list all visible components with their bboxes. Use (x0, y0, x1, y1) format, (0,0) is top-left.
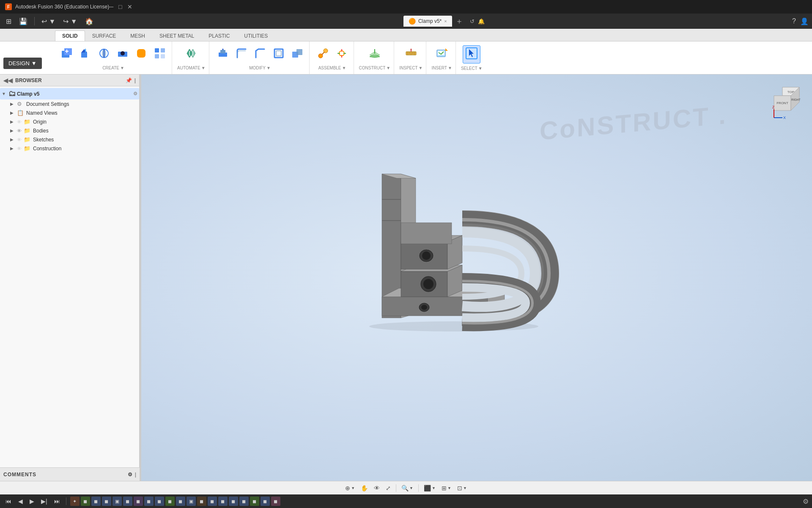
root-settings-icon[interactable]: ⚙ (133, 91, 137, 97)
fillet-button[interactable] (133, 46, 150, 63)
doc-settings-label: Document Settings (26, 101, 137, 107)
select-button[interactable] (463, 45, 480, 64)
browser-item-sketches[interactable]: ▶ 👁 📁 Sketches (0, 135, 139, 144)
grid-button[interactable]: ⊞ ▼ (439, 483, 453, 493)
toggle-root[interactable]: ▼ (2, 91, 8, 96)
zoom-button[interactable]: 🔍 ▼ (399, 483, 415, 493)
account-button[interactable]: 👤 (800, 17, 809, 25)
measure-button[interactable] (403, 46, 420, 63)
orbit-button[interactable]: ⊕ ▼ (343, 483, 357, 493)
construct-plane-button[interactable] (366, 46, 383, 63)
look-at-button[interactable]: 👁 (372, 483, 382, 493)
timeline-item-19[interactable]: ◼ (261, 497, 270, 506)
press-pull-button[interactable] (214, 46, 231, 63)
redo-button[interactable]: ↪ ▼ (60, 16, 80, 27)
tab-utilities[interactable]: UTILITIES (237, 30, 275, 41)
tab-close-button[interactable]: × (444, 19, 447, 24)
timeline-prev-button[interactable]: ◀ (16, 497, 25, 505)
timeline-item-1[interactable]: ✦ (70, 497, 80, 506)
toggle-bodies[interactable]: ▶ (10, 128, 17, 133)
new-component-button[interactable] (58, 46, 75, 63)
design-button[interactable]: DESIGN ▼ (3, 58, 42, 69)
combine-button[interactable] (289, 46, 306, 63)
hole-button[interactable] (114, 46, 131, 63)
shell-button[interactable] (270, 46, 287, 63)
timeline-settings-button[interactable]: ⚙ (803, 497, 809, 505)
timeline-item-7[interactable]: ◼ (134, 497, 143, 506)
sketches-visibility-icon[interactable]: 👁 (17, 137, 24, 142)
browser-item-construction[interactable]: ▶ 👁 📁 Construction (0, 144, 139, 153)
timeline-item-8[interactable]: ◼ (144, 497, 154, 506)
toggle-sketches[interactable]: ▶ (10, 137, 17, 142)
pattern-button[interactable] (151, 46, 168, 63)
save-button[interactable]: 💾 (16, 16, 30, 27)
timeline-item-15[interactable]: ◼ (218, 497, 228, 506)
tab-plastic[interactable]: PLASTIC (201, 30, 237, 41)
browser-item-doc-settings[interactable]: ▶ ⚙ Document Settings (0, 99, 139, 108)
apps-button[interactable]: ⊞ (3, 16, 14, 27)
maximize-button[interactable]: □ (118, 3, 122, 10)
environment-button[interactable]: ⊡ ▼ (455, 483, 469, 493)
tab-solid[interactable]: SOLID (55, 30, 85, 41)
toggle-doc-settings[interactable]: ▶ (10, 102, 17, 106)
timeline-item-4[interactable]: ◼ (102, 497, 111, 506)
display-mode-button[interactable]: ⬛ ▼ (422, 483, 438, 493)
browser-item-root[interactable]: ▼ 🗂 Clamp v5 ⚙ (0, 88, 139, 99)
browser-collapse-button[interactable]: ◀◀ (3, 77, 13, 84)
browser-item-origin[interactable]: ▶ 👁 📁 Origin (0, 117, 139, 126)
timeline-next-button[interactable]: ▶| (39, 497, 49, 505)
joint-button[interactable] (315, 46, 332, 63)
view-cube[interactable]: TOP FRONT RIGHT X Z (770, 83, 804, 125)
browser-item-named-views[interactable]: ▶ 📋 Named Views (0, 108, 139, 117)
browser-pin-button[interactable]: 📌 (126, 77, 132, 83)
insert-button[interactable] (433, 46, 450, 63)
construction-visibility-icon[interactable]: 👁 (17, 146, 24, 151)
timeline-play-button[interactable]: ▶ (27, 497, 36, 505)
zoom-extent-button[interactable]: ⤢ (384, 483, 393, 493)
help-button[interactable]: ? (792, 17, 796, 25)
timeline-go-last-button[interactable]: ⏭ (52, 497, 62, 505)
automate-button[interactable] (183, 46, 200, 63)
timeline-item-13[interactable]: ◼ (197, 497, 206, 506)
chamfer-button[interactable] (252, 46, 269, 63)
viewport[interactable]: CoNSTRUCT . TOP FRONT RIGHT (141, 75, 812, 481)
minimize-button[interactable]: ─ (109, 3, 113, 10)
timeline-item-5[interactable]: ▣ (112, 497, 122, 506)
bodies-visibility-icon[interactable]: 👁 (17, 128, 24, 133)
timeline-item-9[interactable]: ◼ (155, 497, 164, 506)
tab-sheet-metal[interactable]: SHEET METAL (152, 30, 201, 41)
toggle-construction[interactable]: ▶ (10, 146, 17, 151)
tab-surface[interactable]: SURFACE (85, 30, 123, 41)
comments-settings-button[interactable]: ⚙ (128, 472, 132, 478)
home-button[interactable]: 🏠 (82, 16, 96, 27)
recent-tabs-button[interactable]: ↺ (470, 18, 475, 25)
timeline-item-11[interactable]: ◼ (176, 497, 185, 506)
timeline-go-first-button[interactable]: ⏮ (3, 497, 14, 505)
joint-origin-button[interactable] (333, 46, 350, 63)
timeline-item-3[interactable]: ◼ (91, 497, 101, 506)
tab-mesh[interactable]: MESH (123, 30, 152, 41)
timeline-item-17[interactable]: ◼ (239, 497, 249, 506)
timeline-item-2[interactable]: ◼ (81, 497, 90, 506)
timeline-item-16[interactable]: ◼ (229, 497, 238, 506)
active-tab[interactable]: 🟠 Clamp v5* × (403, 16, 452, 27)
timeline-item-12[interactable]: ▣ (187, 497, 196, 506)
bodies-folder-icon: 📁 (24, 127, 31, 134)
browser-item-bodies[interactable]: ▶ 👁 📁 Bodies (0, 126, 139, 135)
pan-button[interactable]: ✋ (359, 483, 370, 493)
toggle-named-views[interactable]: ▶ (10, 110, 17, 115)
timeline-item-10[interactable]: ◼ (165, 497, 175, 506)
notifications-button[interactable]: 🔔 (478, 18, 485, 25)
fillet-modify-button[interactable] (233, 46, 250, 63)
extrude-button[interactable] (77, 46, 94, 63)
toggle-origin[interactable]: ▶ (10, 119, 17, 124)
undo-button[interactable]: ↩ ▼ (39, 16, 58, 27)
revolve-button[interactable] (96, 46, 112, 63)
timeline-item-18[interactable]: ◼ (250, 497, 259, 506)
new-tab-button[interactable]: ＋ (455, 16, 463, 26)
close-button[interactable]: ✕ (127, 3, 132, 10)
timeline-item-20[interactable]: ◼ (271, 497, 280, 506)
timeline-item-14[interactable]: ◼ (208, 497, 217, 506)
timeline-item-6[interactable]: ◼ (123, 497, 132, 506)
origin-visibility-icon[interactable]: 👁 (17, 119, 24, 124)
